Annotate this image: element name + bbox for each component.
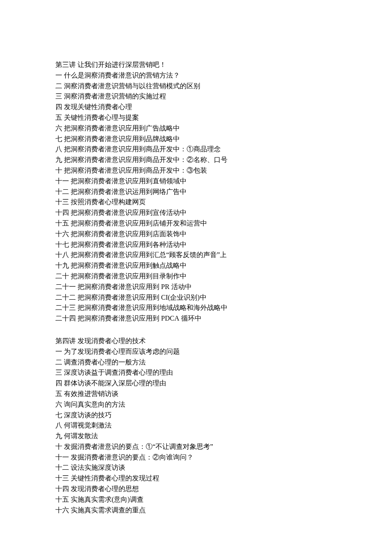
list-item: 十二 设法实施深度访谈 (55, 462, 337, 473)
list-item: 八 何谓视觉刺激法 (55, 420, 337, 431)
list-item: 五 关键性消费者心理与提案 (55, 113, 337, 123)
section-4: 第四讲 发现消费者心理的技术 一 为了发现消费者心理而应该考虑的问题 二 调查消… (55, 336, 337, 516)
list-item: 十七 把洞察消费者潜意识应用到各种活动中 (55, 240, 337, 250)
list-item: 五 有效推进营销访谈 (55, 389, 337, 399)
list-item: 十五 把洞察消费者潜意识应用到店铺开发和运营中 (55, 218, 337, 229)
list-item: 一 什么是洞察消费者潜意识的营销方法？ (55, 70, 337, 81)
section-heading: 第三讲 让我们开始进行深层营销吧！ (55, 60, 337, 70)
list-item: 十三 关键性消费者心理的发现过程 (55, 473, 337, 484)
list-item: 二 洞察消费者潜意识营销与以往营销模式的区别 (55, 81, 337, 92)
list-item: 三 洞察消费者潜意识营销的实施过程 (55, 91, 337, 102)
list-item: 九 何谓发散法 (55, 431, 337, 442)
list-item: 六 询问真实意向的方法 (55, 399, 337, 410)
section-heading: 第四讲 发现消费者心理的技术 (55, 336, 337, 347)
list-item: 十五 实施真实需求(意向)调查 (55, 494, 337, 505)
section-3: 第三讲 让我们开始进行深层营销吧！ 一 什么是洞察消费者潜意识的营销方法？ 二 … (55, 60, 337, 324)
list-item: 一 为了发现消费者心理而应该考虑的问题 (55, 347, 337, 357)
list-item: 二 调查消费者心理的一般方法 (55, 357, 337, 368)
list-item: 十 把洞察消费者潜意识应用到商品开发中：③包装 (55, 165, 337, 176)
list-item: 八 把洞察消费者潜意识应用到商品开发中：①商品理念 (55, 144, 337, 155)
list-item: 二十四 把洞察消费者潜意识应用到 PDCA 循环中 (55, 313, 337, 324)
list-item: 六 把洞察消费者潜意识应用到广告战略中 (55, 123, 337, 134)
list-item: 四 发现关键性消费者心理 (55, 102, 337, 113)
list-item: 十一 发掘消费者潜意识的要点：②向谁询问？ (55, 452, 337, 463)
list-item: 十四 把洞察消费者潜意识应用到宣传活动中 (55, 208, 337, 218)
list-item: 十六 把洞察消费者潜意识应用到店面装饰中 (55, 229, 337, 240)
list-item: 二十 把洞察消费者潜意识应用到目录制作中 (55, 271, 337, 282)
list-item: 十九 把洞察消费者潜意识应用到触点战略中 (55, 260, 337, 271)
list-item: 七 深度访谈的技巧 (55, 410, 337, 421)
list-item: 十四 发现消费者心理的思想 (55, 484, 337, 494)
list-item: 二十二 把洞察消费者潜意识应用到 CI(企业识别)中 (55, 292, 337, 303)
list-item: 十一 把洞察消费者潜意识应用到直销领域中 (55, 176, 337, 187)
list-item: 九 把洞察消费者潜意识应用到商品开发中：②名称、口号 (55, 155, 337, 165)
list-item: 十六 实施真实需求调查的重点 (55, 505, 337, 516)
list-item: 七 把洞察消费者潜意识应用到品牌战略中 (55, 134, 337, 145)
list-item: 四 群体访谈不能深入深层心理的理由 (55, 378, 337, 389)
list-item: 十二 把洞察消费者潜意识运用到网络广告中 (55, 187, 337, 197)
document-page: 第三讲 让我们开始进行深层营销吧！ 一 什么是洞察消费者潜意识的营销方法？ 二 … (0, 0, 392, 555)
list-item: 二十一 把洞察消费者潜意识应用到 PR 活动中 (55, 282, 337, 292)
list-item: 二十三 把洞察消费者潜意识应用到地域战略和海外战略中 (55, 303, 337, 313)
list-item: 十八 把洞察消费者潜意识应用到汇总“顾客反馈的声音”上 (55, 250, 337, 260)
list-item: 十三 按照消费者心理构建网页 (55, 197, 337, 208)
list-item: 三 深度访谈益于调查消费者心理的理由 (55, 367, 337, 378)
list-item: 十 发掘消费者潜意识的要点：①“不让调查对象思考” (55, 442, 337, 452)
